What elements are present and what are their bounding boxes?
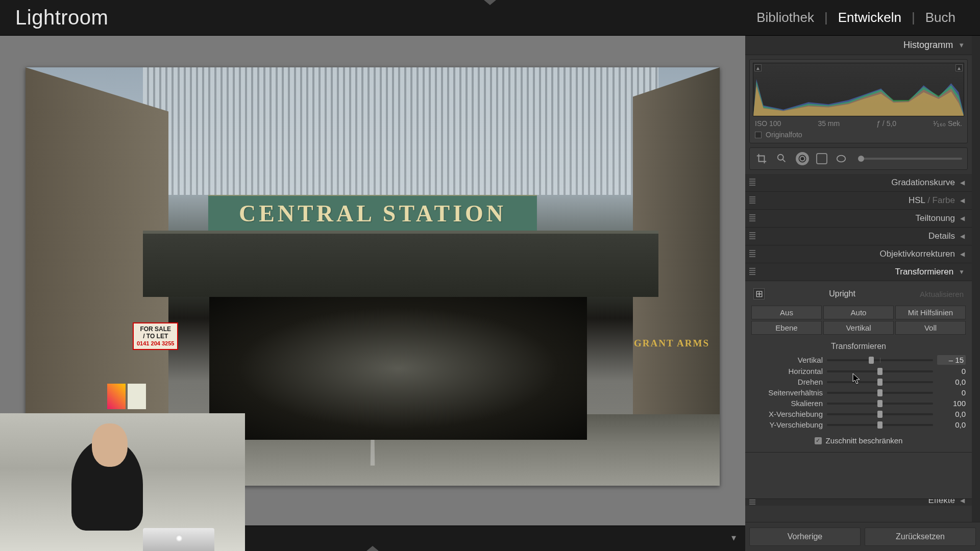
slider-label: Y-Verschiebung [751, 420, 823, 429]
transform-slider-row: Seitenverhältnis0 [751, 387, 966, 398]
slider-track[interactable] [827, 413, 933, 415]
panel-effects-peek[interactable]: Effekte◀ [745, 498, 972, 506]
brush-tool-slider[interactable] [858, 158, 962, 160]
exif-row: ISO 100 35 mm ƒ / 5,0 ¹⁄₁₆₀ Sek. [753, 116, 964, 129]
transform-slider-row: Skalieren100 [751, 398, 966, 409]
histogram-graph[interactable]: ▲ ▲ [753, 63, 964, 116]
panel-switch-icon[interactable] [749, 268, 755, 276]
panel-switch-icon[interactable] [749, 214, 755, 222]
slider-value[interactable]: – 15 [937, 355, 966, 365]
panel-scrollbar[interactable] [972, 36, 980, 522]
upright-off-button[interactable]: Aus [751, 306, 822, 319]
slider-track[interactable] [827, 392, 933, 394]
slider-track[interactable] [827, 359, 933, 361]
panel-switch-icon[interactable] [749, 196, 755, 205]
module-picker: Bibliothek | Entwickeln | Buch [747, 10, 965, 26]
slider-track[interactable] [827, 381, 933, 383]
slider-value[interactable]: 100 [937, 399, 966, 408]
upright-guided-icon[interactable]: ⊞ [753, 288, 765, 299]
slider-value[interactable]: 0 [937, 367, 966, 375]
photo-poster [107, 384, 126, 409]
exif-iso: ISO 100 [755, 119, 781, 128]
reset-button[interactable]: Zurücksetzen [865, 528, 976, 546]
slider-handle[interactable] [877, 379, 883, 386]
crop-tool-icon[interactable] [755, 152, 768, 165]
slider-label: Seitenverhältnis [751, 388, 823, 397]
slider-handle[interactable] [877, 411, 883, 418]
right-panel: Histogramm ▼ ▲ ▲ ISO 100 35 mm [745, 36, 980, 551]
redeye-tool-icon[interactable] [796, 152, 809, 165]
photo-tunnel [209, 297, 587, 440]
histogram-header[interactable]: Histogramm ▼ [745, 36, 972, 55]
webcam-overlay [0, 413, 245, 551]
upright-update-button[interactable]: Aktualisieren [920, 290, 964, 298]
chevron-left-icon: ◀ [960, 179, 965, 186]
svg-point-3 [837, 156, 846, 162]
exif-focal: 35 mm [818, 119, 840, 128]
slider-value[interactable]: 0,0 [937, 378, 966, 386]
panel-switch-icon[interactable] [749, 232, 755, 240]
slider-handle[interactable] [877, 368, 883, 375]
panel-tone-curve[interactable]: Gradationskurve◀ [745, 174, 972, 192]
slider-label: Vertikal [751, 356, 823, 364]
original-photo-row[interactable]: Originalfoto [753, 129, 964, 140]
panel-switch-icon[interactable] [749, 250, 755, 258]
slider-track[interactable] [827, 424, 933, 426]
app-title: Lightroom [15, 6, 108, 29]
transform-slider-row: Drehen0,0 [751, 377, 966, 387]
slider-handle[interactable] [877, 421, 883, 429]
previous-button[interactable]: Vorherige [749, 528, 861, 546]
panel-hsl[interactable]: HSL / Farbe◀ [745, 192, 972, 210]
canvas-area: CENTRAL STATION GRANT ARMS FOR SALE / TO… [0, 36, 745, 551]
transform-slider-row: X-Verschiebung0,0 [751, 409, 966, 419]
transform-slider-row: Y-Verschiebung0,0 [751, 419, 966, 430]
panel-detail[interactable]: Details◀ [745, 228, 972, 245]
transform-sliders-title: Transformieren [751, 342, 966, 351]
exif-shutter: ¹⁄₁₆₀ Sek. [933, 119, 962, 128]
gradient-tool-icon[interactable] [816, 153, 827, 164]
slider-value[interactable]: 0,0 [937, 410, 966, 418]
slider-handle[interactable] [877, 389, 883, 396]
upright-full-button[interactable]: Voll [895, 321, 966, 335]
panel-switch-icon[interactable] [749, 179, 755, 187]
slider-handle[interactable] [869, 357, 874, 364]
upright-auto-button[interactable]: Auto [823, 306, 894, 319]
photo-poster [128, 384, 146, 409]
slider-label: Horizontal [751, 367, 823, 375]
chevron-left-icon: ◀ [960, 197, 965, 204]
slider-value[interactable]: 0 [937, 388, 966, 397]
chevron-down-icon[interactable]: ▾ [731, 532, 736, 543]
constrain-crop-row[interactable]: ✓ Zuschnitt beschränken [751, 436, 966, 445]
histogram-panel: ▲ ▲ ISO 100 35 mm ƒ / 5,0 ¹⁄₁₆₀ Sek. [749, 59, 968, 143]
panel-transform-header[interactable]: Transformieren▼ [745, 263, 972, 281]
apple-icon [176, 535, 183, 542]
photo-sale-sign: FOR SALE / TO LET 0141 204 3255 [133, 322, 178, 350]
module-library[interactable]: Bibliothek [747, 10, 823, 26]
transform-slider-row: Horizontal0 [751, 366, 966, 377]
slider-value[interactable]: 0,0 [937, 420, 966, 429]
transform-slider-row: Vertikal– 15 [751, 354, 966, 366]
slider-label: Skalieren [751, 399, 823, 408]
slider-handle[interactable] [877, 400, 883, 407]
module-develop[interactable]: Entwickeln [829, 10, 911, 26]
radial-tool-icon[interactable] [835, 152, 848, 165]
panel-transform-body: ⊞ Upright Aktualisieren Aus Auto Mit Hil… [745, 281, 972, 453]
slider-track[interactable] [827, 370, 933, 372]
spot-tool-icon[interactable] [775, 152, 789, 165]
panel-switch-icon[interactable] [749, 499, 755, 506]
slider-label: Drehen [751, 378, 823, 386]
panel-split-toning[interactable]: Teiltonung◀ [745, 210, 972, 228]
slider-handle[interactable] [858, 156, 864, 162]
checkbox-icon[interactable] [755, 132, 762, 138]
panel-lens-corrections[interactable]: Objektivkorrekturen◀ [745, 245, 972, 263]
slider-track[interactable] [827, 403, 933, 405]
module-book[interactable]: Buch [916, 10, 965, 26]
upright-vertical-button[interactable]: Vertikal [823, 321, 894, 335]
chevron-left-icon: ◀ [960, 498, 965, 504]
photo-bridge-beam [143, 231, 658, 297]
upright-level-button[interactable]: Ebene [751, 321, 822, 335]
checkmark-icon[interactable]: ✓ [815, 437, 822, 444]
upright-label: Upright [829, 289, 855, 298]
photo-roof [143, 67, 658, 195]
upright-guided-button[interactable]: Mit Hilfslinien [895, 306, 966, 319]
